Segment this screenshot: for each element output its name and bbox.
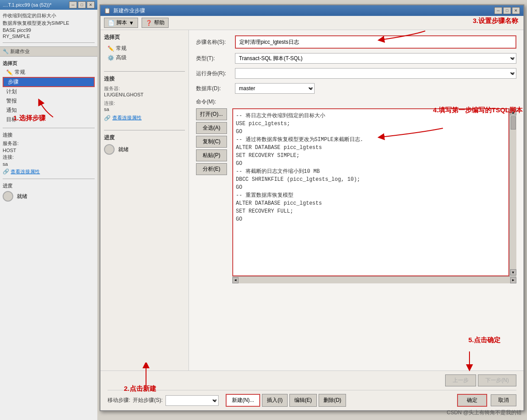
cancel-btn[interactable]: 取消	[491, 394, 516, 406]
bg-menu-steps[interactable]: 步骤	[3, 77, 95, 87]
bg-progress-title: 进度	[3, 183, 95, 189]
bg-progress-circle	[3, 191, 13, 202]
help-icon: ❓	[146, 20, 152, 26]
start-step-select-wrapper: ▼	[165, 395, 219, 406]
hscroll-left-btn[interactable]: ◄	[232, 277, 238, 283]
analyze-btn[interactable]: 分析(E)	[196, 163, 227, 175]
bg-menu-notify[interactable]: 通知	[3, 106, 95, 115]
bg-window-controls[interactable]: ─ □ ✕	[69, 1, 95, 8]
dialog-title: 新建作业步骤	[113, 7, 145, 15]
hscroll-right-btn[interactable]: ►	[510, 277, 516, 283]
bg-menu-target[interactable]: 目标	[3, 115, 95, 124]
dialog-title-bar: 📋 新建作业步骤 ─ □ ✕	[100, 5, 523, 16]
bg-menu-alert[interactable]: 警报	[3, 96, 95, 106]
insert-step-btn[interactable]: 插入(I)	[262, 394, 287, 407]
general-icon: ✏️	[6, 69, 13, 76]
step-action-buttons: 新建(N)... 插入(I) 编辑(E) 删除(D)	[226, 394, 346, 407]
bg-text-1: 件收缩到指定的目标大小	[3, 12, 95, 19]
bg-content: 件收缩到指定的目标大小 数据库恢复模型更改为SIMPLE BASE picc99…	[0, 10, 97, 204]
dialog-maximize-btn[interactable]: □	[503, 7, 511, 14]
bg-text-2: 数据库恢复模型更改为SIMPLE	[3, 20, 95, 27]
dialog-toolbar: 📄 脚本 ▼ ❓ 帮助	[100, 16, 523, 30]
code-editor[interactable]: -- 将日志文件收缩到指定的目标大小 USE picc_lgtests; GO …	[232, 108, 509, 276]
vertical-scrollbar[interactable]: ▲ ▼	[509, 108, 516, 276]
sidebar-server-label: 服务器:	[104, 85, 185, 92]
bg-conn-title: 连接	[3, 132, 95, 138]
sidebar-progress-status: 就绪	[118, 146, 129, 153]
script-btn[interactable]: 📄 脚本 ▼	[104, 18, 138, 28]
footer-bottom: 移动步骤: 开始步骤(S): ▼ 新建(N)... 插入(I) 编辑(E) 删除…	[108, 390, 516, 407]
step-name-row: 步骤名称(S):	[196, 35, 516, 49]
database-row: 数据库(D): master ▼	[196, 83, 516, 94]
dialog-body: 选择页 ✏️ 常规 ⚙️ 高级 连接 服务器: LIUGEN\LGHOST 连接…	[100, 30, 523, 400]
dialog-footer: 上一步 下一步(N) 移动步骤: 开始步骤(S): ▼ 新建(N)...	[100, 370, 523, 410]
step-name-label: 步骤名称(S):	[196, 38, 231, 46]
script-dropdown-icon: ▼	[129, 20, 134, 26]
vscroll-track	[511, 116, 516, 268]
bg-title-text: ....T.1.picc99 (sa (52))*	[3, 2, 52, 8]
bg-menu-general[interactable]: ✏️ 常规	[3, 68, 95, 77]
sidebar-connection-section: 连接 服务器: LIUGEN\LGHOST 连接: sa 🔗 查看连接属性	[104, 71, 185, 121]
edit-step-btn[interactable]: 编辑(E)	[289, 394, 317, 407]
sidebar-conn-link-icon: 🔗	[104, 115, 111, 121]
select-all-btn[interactable]: 全选(A)	[196, 122, 227, 134]
command-section: 命令(M): 打开(O)... 全选(A) 复制(C) 粘贴(P) 分析(E)	[196, 98, 516, 283]
sidebar-item-general[interactable]: ✏️ 常规	[104, 44, 185, 53]
dialog-icon: 📋	[104, 8, 111, 14]
dialog-minimize-btn[interactable]: ─	[494, 7, 502, 14]
prev-step-btn[interactable]: 上一步	[445, 374, 476, 386]
open-btn[interactable]: 打开(O)...	[196, 108, 227, 120]
move-step-label: 移动步骤:	[108, 397, 130, 404]
db-select[interactable]: master	[235, 83, 315, 94]
new-job-icon: 🔧	[3, 49, 9, 54]
select-page-label: 选择页	[3, 60, 95, 67]
bg-connect-label: 连接:	[3, 154, 95, 160]
sidebar-progress-indicator: 就绪	[104, 144, 185, 155]
general-nav-icon: ✏️	[108, 46, 114, 52]
ok-btn[interactable]: 确定	[457, 394, 487, 407]
script-icon: 📄	[108, 20, 115, 26]
start-step-select[interactable]	[165, 395, 219, 406]
run-as-select-wrapper: ▼	[235, 68, 516, 79]
bg-server-value: HOST	[3, 148, 95, 153]
paste-btn[interactable]: 粘贴(P)	[196, 149, 227, 161]
start-step-label: 开始步骤(S):	[133, 397, 162, 404]
help-btn[interactable]: ❓ 帮助	[142, 18, 169, 28]
step-name-input[interactable]	[235, 35, 516, 49]
vscroll-thumb[interactable]	[511, 116, 516, 130]
sidebar-item-advanced[interactable]: ⚙️ 高级	[104, 53, 185, 62]
background-panel: ....T.1.picc99 (sa (52))* ─ □ ✕ 件收缩到指定的目…	[0, 0, 97, 420]
sidebar-conn-label: 连接:	[104, 100, 185, 107]
command-label: 命令(M):	[196, 98, 516, 106]
bg-connect-user: sa	[3, 161, 95, 167]
command-row: 打开(O)... 全选(A) 复制(C) 粘贴(P) 分析(E) -- 将日志文…	[196, 108, 516, 283]
vscroll-up-btn[interactable]: ▲	[510, 109, 516, 115]
delete-step-btn[interactable]: 删除(D)	[319, 394, 346, 407]
bg-progress-status: 就绪	[17, 193, 27, 200]
dialog-close-btn[interactable]: ✕	[512, 7, 520, 14]
dialog-sidebar: 选择页 ✏️ 常规 ⚙️ 高级 连接 服务器: LIUGEN\LGHOST 连接…	[100, 30, 189, 400]
bg-close-btn[interactable]: ✕	[87, 1, 95, 8]
sidebar-conn-title: 连接	[104, 75, 185, 83]
bg-maximize-btn[interactable]: □	[78, 1, 86, 8]
new-step-btn[interactable]: 新建(N)...	[226, 394, 261, 407]
sidebar-conn-user: sa	[104, 107, 185, 112]
copy-btn[interactable]: 复制(C)	[196, 136, 227, 148]
bg-view-conn[interactable]: 查看连接属性	[11, 169, 40, 174]
type-select[interactable]: Transact-SQL 脚本(T-SQL)	[235, 53, 516, 64]
main-dialog: 📋 新建作业步骤 ─ □ ✕ 📄 脚本 ▼ ❓ 帮助 选择页 ✏️ 常规	[100, 4, 524, 411]
bg-title-bar: ....T.1.picc99 (sa (52))* ─ □ ✕	[0, 0, 97, 10]
bg-minimize-btn[interactable]: ─	[69, 1, 77, 8]
dialog-window-controls[interactable]: ─ □ ✕	[494, 7, 520, 14]
bg-menu-plan[interactable]: 计划	[3, 87, 95, 96]
step-controls: 移动步骤: 开始步骤(S): ▼ 新建(N)... 插入(I) 编辑(E) 删除…	[108, 394, 454, 407]
next-step-btn[interactable]: 下一步(N)	[478, 374, 516, 386]
run-as-select[interactable]	[235, 68, 516, 79]
horizontal-scrollbar[interactable]: ◄ ►	[232, 276, 516, 283]
sidebar-view-conn-link[interactable]: 查看连接属性	[112, 115, 142, 121]
vscroll-down-btn[interactable]: ▼	[510, 269, 516, 275]
bg-new-job-header: 🔧 新建作业	[0, 46, 97, 57]
bg-progress-indicator: 就绪	[3, 191, 95, 202]
type-label: 类型(T):	[196, 55, 231, 62]
advanced-nav-icon: ⚙️	[108, 55, 114, 61]
